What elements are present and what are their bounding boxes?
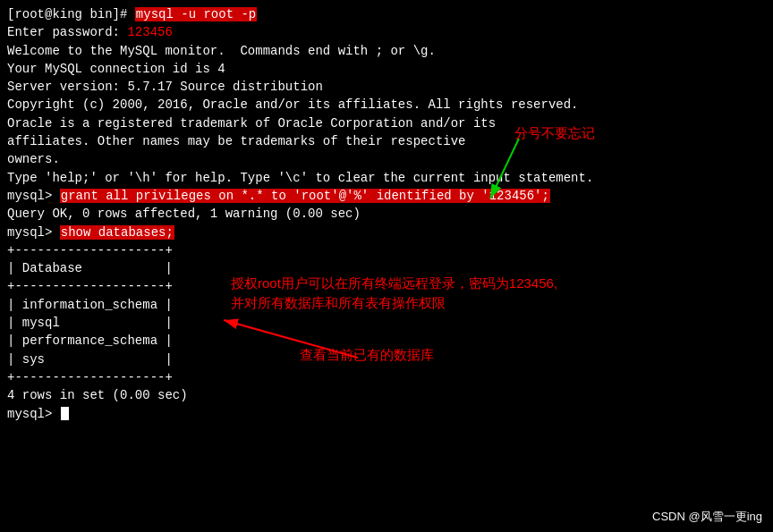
- text-segment: +--------------------+: [7, 279, 173, 293]
- terminal-line: affiliates. Other names may be trademark…: [7, 132, 766, 150]
- text-segment: Enter password:: [7, 25, 127, 39]
- highlighted-command: grant all privileges on *.* to 'root'@'%…: [60, 189, 550, 203]
- annotation-grant2: 并对所有数据库和所有表有操作权限: [231, 295, 446, 312]
- terminal-line: owners.: [7, 150, 766, 168]
- terminal-line: [root@king bin]# mysql -u root -p: [7, 5, 766, 23]
- annotation-databases: 查看当前已有的数据库: [300, 347, 434, 364]
- text-segment: Server version: 5.7.17 Source distributi…: [7, 80, 323, 94]
- text-segment: | Database |: [7, 261, 173, 275]
- text-segment: [root@king bin]#: [7, 7, 135, 21]
- highlighted-command: show databases;: [60, 225, 174, 240]
- terminal: [root@king bin]# mysql -u root -pEnter p…: [0, 0, 773, 532]
- terminal-line: Welcome to the MySQL monitor. Commands e…: [7, 42, 766, 60]
- terminal-line: Your MySQL connection id is 4: [7, 60, 766, 78]
- password-text: 123456: [127, 25, 172, 39]
- terminal-line: mysql> grant all privileges on *.* to 'r…: [7, 187, 766, 205]
- terminal-line: 4 rows in set (0.00 sec): [7, 386, 766, 404]
- text-segment: owners.: [7, 152, 60, 166]
- terminal-line: Server version: 5.7.17 Source distributi…: [7, 78, 766, 96]
- terminal-line: Type 'help;' or '\h' for help. Type '\c'…: [7, 169, 766, 187]
- text-segment: Type 'help;' or '\h' for help. Type '\c'…: [7, 171, 593, 185]
- text-segment: | mysql |: [7, 316, 173, 330]
- text-segment: | information_schema |: [7, 298, 173, 312]
- text-segment: Query OK, 0 rows affected, 1 warning (0.…: [7, 207, 361, 221]
- terminal-line: +--------------------+: [7, 368, 766, 386]
- text-segment: Oracle is a registered trademark of Orac…: [7, 116, 496, 131]
- text-segment: +--------------------+: [7, 370, 173, 384]
- annotation-grant1: 授权root用户可以在所有终端远程登录，密码为123456,: [231, 275, 557, 292]
- text-segment: | performance_schema |: [7, 334, 173, 348]
- text-segment: mysql>: [7, 407, 60, 421]
- terminal-line: Query OK, 0 rows affected, 1 warning (0.…: [7, 205, 766, 223]
- text-segment: Copyright (c) 2000, 2016, Oracle and/or …: [7, 97, 579, 112]
- text-segment: affiliates. Other names may be trademark…: [7, 134, 465, 148]
- terminal-line: +--------------------+: [7, 241, 766, 259]
- terminal-line: mysql> show databases;: [7, 224, 766, 241]
- text-segment: Welcome to the MySQL monitor. Commands e…: [7, 44, 436, 58]
- text-segment: 4 rows in set (0.00 sec): [7, 388, 188, 402]
- terminal-line: | mysql |: [7, 314, 766, 332]
- terminal-line: mysql>: [7, 405, 766, 423]
- watermark: CSDN @风雪一更ing: [652, 509, 762, 525]
- text-segment: Your MySQL connection id is 4: [7, 62, 225, 76]
- terminal-line: Enter password: 123456: [7, 23, 766, 41]
- terminal-line: Copyright (c) 2000, 2016, Oracle and/or …: [7, 96, 766, 114]
- text-segment: mysql>: [7, 189, 60, 203]
- text-segment: | sys |: [7, 352, 173, 367]
- text-segment: +--------------------+: [7, 243, 173, 258]
- terminal-line: Oracle is a registered trademark of Orac…: [7, 114, 766, 132]
- cursor: [61, 407, 69, 420]
- annotation-semicolon: 分号不要忘记: [514, 125, 595, 142]
- highlighted-command: mysql -u root -p: [135, 7, 257, 21]
- text-segment: mysql>: [7, 225, 60, 240]
